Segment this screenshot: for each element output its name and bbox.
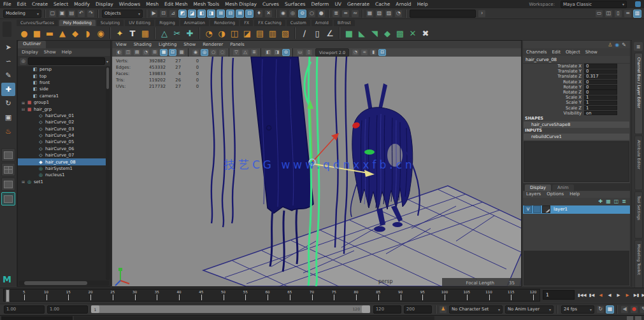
viewport-toolbar-icon[interactable]: ▮ xyxy=(369,49,377,56)
outliner-title[interactable]: Outliner xyxy=(18,41,46,48)
mask-rendering-button[interactable]: ⊠ xyxy=(236,10,244,18)
shelf-tab-custom[interactable]: Custom xyxy=(287,20,310,26)
attribute-value-field[interactable]: 0.317 xyxy=(584,74,617,79)
viewport-toolbar-icon[interactable]: ▯ xyxy=(305,49,313,56)
viewport-toolbar-icon[interactable]: ◨ xyxy=(273,49,281,56)
menu-generate[interactable]: Generate xyxy=(347,1,369,7)
select-by-name-input[interactable] xyxy=(410,10,476,18)
chevron-down-icon[interactable]: ▾ xyxy=(106,59,108,64)
attribute-value-field[interactable]: 0 xyxy=(584,90,617,94)
menu-display[interactable]: Display xyxy=(96,1,113,7)
mask-misc-button[interactable]: ⊡ xyxy=(245,10,254,18)
expand-toggle-icon[interactable]: ⊞ xyxy=(20,101,26,105)
outliner-item-set1[interactable]: ⊞◎set1 xyxy=(18,179,106,185)
shelf-tool-icon[interactable]: ✕ xyxy=(406,27,419,39)
mask-surfaces-button[interactable]: ◨ xyxy=(207,10,215,18)
select-tool[interactable]: ➤ xyxy=(1,41,15,54)
viewport-panel[interactable]: ViewShadingLightingShowRendererPanels ◐◫… xyxy=(111,40,522,287)
outliner-item-group1[interactable]: ⊞■group1 xyxy=(18,99,106,106)
shelf-tool-icon[interactable]: ▥ xyxy=(266,27,279,39)
current-frame-indicator[interactable] xyxy=(6,289,10,302)
render-view-button[interactable]: ▦ xyxy=(366,10,374,18)
render-settings-button[interactable]: ◔ xyxy=(394,10,403,18)
menu-mesh-tools[interactable]: Mesh Tools xyxy=(194,1,220,7)
mel-input[interactable] xyxy=(1,316,73,320)
viewport-toolbar-icon[interactable]: ◌ xyxy=(218,49,226,56)
viewport-toolbar-icon[interactable]: ▽ xyxy=(233,49,240,56)
command-input[interactable] xyxy=(74,316,434,320)
input-connections-button[interactable]: ≣ xyxy=(332,10,340,18)
menu-surfaces[interactable]: Surfaces xyxy=(285,1,305,7)
shelf-tool-icon[interactable]: ▧ xyxy=(279,27,292,39)
menu-edit[interactable]: Edit xyxy=(17,1,27,7)
viewport-menu-shading[interactable]: Shading xyxy=(134,42,152,47)
shelf-tool-icon[interactable]: ▯ xyxy=(311,27,324,39)
layer-visibility-toggle[interactable]: V xyxy=(524,205,532,213)
shelf-tool-icon[interactable]: ▩ xyxy=(394,27,406,39)
redo-button[interactable]: ↷ xyxy=(87,10,95,18)
outliner-item-nucleus1[interactable]: ◎nucleus1 xyxy=(18,172,106,178)
character-set-selector[interactable]: No Character Set▾ xyxy=(449,305,503,314)
side-tab-tool-settings[interactable]: Tool Settings xyxy=(634,191,643,239)
menu-mesh[interactable]: Mesh xyxy=(146,1,159,7)
menu-windows[interactable]: Windows xyxy=(119,1,140,7)
command-line-button[interactable] xyxy=(627,316,633,320)
viewport-menu-lighting[interactable]: Lighting xyxy=(159,42,176,47)
shelf-collapse-handle[interactable] xyxy=(3,22,11,37)
viewport-toolbar-icon[interactable]: ◔ xyxy=(142,49,150,56)
menu-arnold[interactable]: Arnold xyxy=(396,1,411,7)
new-empty-layer-button[interactable]: ✚ xyxy=(598,198,603,204)
layer-menu-layers[interactable]: Layers xyxy=(526,191,541,197)
shelf-tab-sculpting[interactable]: Sculpting xyxy=(97,20,124,26)
viewport-toolbar-icon[interactable]: ◔ xyxy=(352,49,359,56)
shelf-tool-icon[interactable]: △ xyxy=(158,27,171,39)
viewport-toolbar-icon[interactable]: ≣ xyxy=(250,49,258,56)
step-back-frame-button[interactable]: ▮◀ xyxy=(588,290,596,300)
shelf-tab-bifrost[interactable]: Bifrost xyxy=(334,20,355,26)
rotate-tool[interactable]: ↻ xyxy=(1,97,15,110)
menu-uv[interactable]: UV xyxy=(334,1,341,7)
shelf-tool-icon[interactable]: ✂ xyxy=(171,27,183,39)
layer-color-swatch[interactable] xyxy=(542,205,550,213)
select-by-hierarchy-button[interactable]: ▶ xyxy=(150,10,158,18)
attribute-value-field[interactable]: 1 xyxy=(584,106,617,110)
cached-playback-toggle[interactable]: ▦ xyxy=(606,305,614,314)
attribute-value-field[interactable]: 0 xyxy=(584,85,617,89)
shelf-tab-uv-editing[interactable]: UV Editing xyxy=(125,20,154,26)
shelf-tool-icon[interactable]: ■ xyxy=(31,27,43,39)
side-tab-channel-box-layer-editor[interactable]: Channel Box / Layer Editor xyxy=(634,53,643,134)
shelf-tool-icon[interactable]: ◥ xyxy=(368,27,381,39)
shelf-tool-icon[interactable]: ∠ xyxy=(324,27,336,39)
animation-preferences-button[interactable]: ✎ xyxy=(640,305,644,314)
viewport-toolbar-icon[interactable]: ⊞ xyxy=(151,49,159,56)
mask-handles-button[interactable]: ◩ xyxy=(178,10,187,18)
viewport-menu-panels[interactable]: Panels xyxy=(230,42,245,47)
scale-tool[interactable]: ▣ xyxy=(1,111,15,124)
go-to-end-button[interactable]: ▶▶▮ xyxy=(641,290,644,300)
workspace-icon[interactable] xyxy=(635,1,641,7)
outliner-item-top[interactable]: ◧top xyxy=(18,73,106,79)
open-scene-button[interactable]: ▣ xyxy=(58,10,66,18)
attribute-value-field[interactable]: on xyxy=(584,111,617,115)
anim-curve-icon[interactable]: ◉ xyxy=(615,42,619,48)
shelf-tab-animation[interactable]: Animation xyxy=(180,20,209,26)
viewport-toolbar-icon[interactable]: △ xyxy=(241,49,249,56)
current-time-field[interactable]: 1 xyxy=(543,290,575,300)
shelf-tab-rigging[interactable]: Rigging xyxy=(155,20,179,26)
menu-file[interactable]: File xyxy=(3,1,11,7)
outliner-search-input[interactable] xyxy=(28,57,105,65)
viewport-menu-show[interactable]: Show xyxy=(183,42,196,47)
audio-mute-button[interactable]: ◀ xyxy=(620,305,629,314)
attribute-value-field[interactable]: 0 xyxy=(584,69,617,74)
viewport-toolbar-icon[interactable]: ○ xyxy=(210,49,217,56)
outliner-item-persp[interactable]: ◧persp xyxy=(18,66,106,73)
shape-node-bar[interactable]: hair_curveShape8 xyxy=(524,122,629,128)
viewport-menu-renderer[interactable]: Renderer xyxy=(203,42,223,47)
shelf-tool-icon[interactable]: ▬ xyxy=(43,27,56,39)
shelf-tool-icon[interactable]: ▤ xyxy=(254,27,266,39)
animation-end-field[interactable]: 200 xyxy=(404,305,432,314)
undo-button[interactable]: ↶ xyxy=(77,10,85,18)
shelf-tab-curves-surfaces[interactable]: Curves/Surfaces xyxy=(17,20,58,26)
shelf-tab-fx[interactable]: FX xyxy=(240,20,253,26)
menu-deform[interactable]: Deform xyxy=(311,1,329,7)
